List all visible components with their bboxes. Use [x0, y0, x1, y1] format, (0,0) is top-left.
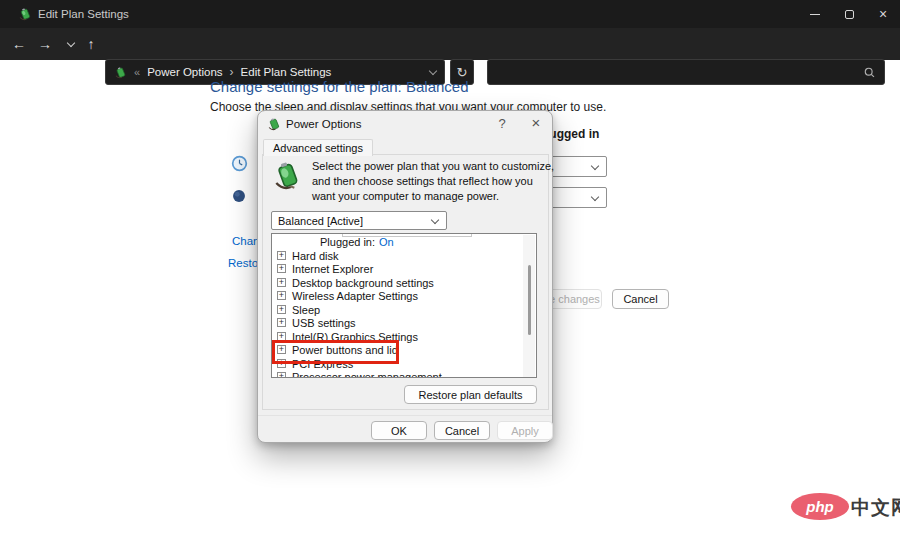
tree-item-usb-settings[interactable]: +USB settings	[272, 317, 512, 330]
tab-advanced-settings[interactable]: Advanced settings	[263, 139, 373, 156]
scrollbar-thumb[interactable]	[528, 265, 531, 335]
tree-item-label: Wireless Adapter Settings	[292, 290, 418, 302]
scrollbar[interactable]	[523, 235, 535, 377]
plugged-in-status-row: Plugged in:On	[320, 236, 394, 248]
dialog-cancel-button[interactable]: Cancel	[434, 421, 490, 440]
power-plan-icon	[114, 66, 127, 79]
expand-icon[interactable]: +	[277, 264, 286, 273]
tree-item-sleep[interactable]: +Sleep	[272, 304, 512, 317]
close-icon: ×	[879, 7, 887, 21]
dialog-help-button[interactable]: ?	[492, 116, 512, 131]
expand-icon[interactable]: +	[277, 278, 286, 287]
back-icon: ←	[12, 36, 26, 52]
tree-item-label: USB settings	[292, 317, 356, 329]
expand-icon[interactable]: +	[277, 291, 286, 300]
display-icon	[231, 155, 248, 176]
tree-item-label: Desktop background settings	[292, 277, 434, 289]
power-options-dialog: Power Options ? × Advanced settings Sele…	[257, 110, 553, 443]
breadcrumb-edit-plan-settings[interactable]: Edit Plan Settings	[241, 66, 332, 78]
page-title: Change settings for the plan: Balanced	[210, 78, 469, 95]
plugged-in-value[interactable]: On	[379, 236, 394, 248]
tree-item-label: Hard disk	[292, 250, 338, 262]
tree-item-processor-power-management[interactable]: +Processor power management	[272, 371, 512, 378]
chevron-down-icon	[591, 161, 599, 169]
up-button[interactable]: ↑	[78, 28, 104, 60]
restore-plan-defaults-button[interactable]: Restore plan defaults	[404, 385, 537, 404]
breadcrumb-overflow-icon[interactable]: «	[134, 66, 140, 78]
search-box[interactable]	[487, 59, 885, 85]
page-cancel-button[interactable]: Cancel	[612, 289, 669, 309]
breadcrumb-separator: ›	[230, 65, 234, 79]
chevron-down-icon	[67, 38, 75, 46]
dialog-separator	[258, 415, 552, 416]
dialog-title: Power Options	[286, 118, 361, 130]
apply-button[interactable]: Apply	[497, 421, 553, 440]
dialog-description: Select the power plan that you want to c…	[312, 159, 555, 204]
watermark-site-name: 中文网	[851, 495, 900, 521]
expand-icon[interactable]: +	[277, 251, 286, 260]
dialog-close-button[interactable]: ×	[524, 114, 548, 131]
maximize-icon	[845, 10, 854, 19]
minimize-button[interactable]	[798, 0, 832, 28]
maximize-button[interactable]	[832, 0, 866, 28]
chevron-down-icon	[431, 215, 439, 223]
search-icon	[863, 66, 876, 79]
forward-button[interactable]: →	[32, 28, 58, 60]
window-title: Edit Plan Settings	[38, 8, 129, 20]
advanced-settings-tree[interactable]: Plugged in:On +Hard disk +Internet Explo…	[271, 233, 537, 378]
power-plan-icon	[18, 7, 32, 25]
forward-icon: →	[38, 36, 52, 52]
expand-icon[interactable]: +	[277, 318, 286, 327]
tree-item-label: Sleep	[292, 304, 320, 316]
up-icon: ↑	[88, 36, 95, 52]
tree-item-label: Processor power management	[292, 371, 442, 378]
breadcrumb-power-options[interactable]: Power Options	[147, 66, 222, 78]
tree-item-hard-disk[interactable]: +Hard disk	[272, 250, 512, 263]
address-dropdown-icon[interactable]	[429, 67, 437, 75]
close-button[interactable]: ×	[866, 0, 900, 28]
plugged-in-label: Plugged in:	[320, 236, 375, 248]
titlebar: Edit Plan Settings ×	[0, 0, 900, 28]
power-plan-combobox[interactable]: Balanced [Active]	[271, 211, 447, 230]
expand-icon[interactable]: +	[277, 372, 286, 378]
tree-item-internet-explorer[interactable]: +Internet Explorer	[272, 263, 512, 276]
expand-icon[interactable]: +	[277, 305, 286, 314]
edit-plan-settings-window: Edit Plan Settings × ← → ↑ « Power Optio…	[0, 0, 900, 539]
search-input[interactable]	[496, 66, 863, 78]
back-button[interactable]: ←	[6, 28, 32, 60]
selected-plan: Balanced [Active]	[278, 215, 363, 227]
tree-item-label: Internet Explorer	[292, 263, 373, 275]
highlight-box-power-buttons-and-lid	[272, 340, 399, 364]
ok-button[interactable]: OK	[371, 421, 427, 440]
minimize-icon	[810, 14, 820, 15]
tree-item-wireless-adapter[interactable]: +Wireless Adapter Settings	[272, 290, 512, 303]
battery-plan-icon	[272, 159, 302, 195]
tree-item-desktop-background[interactable]: +Desktop background settings	[272, 277, 512, 290]
chevron-down-icon	[591, 192, 599, 200]
power-plan-icon	[267, 117, 281, 135]
sleep-icon	[232, 189, 246, 207]
php-logo: php	[791, 493, 849, 520]
navigation-bar: ← → ↑ « Power Options › Edit Plan Settin…	[0, 28, 900, 60]
